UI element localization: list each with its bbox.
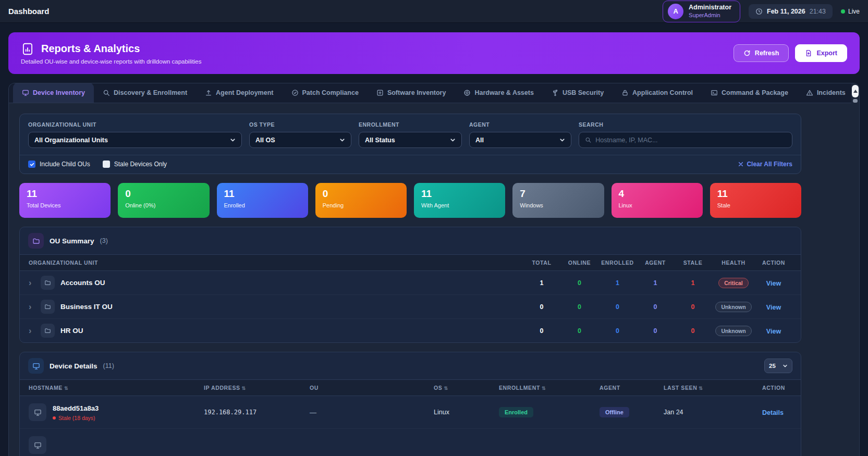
ou-table-header: ORGANIZATIONAL UNIT TOTAL ONLINE ENROLLE… — [20, 254, 801, 271]
topbar: Dashboard A Administrator SuperAdmin Feb… — [0, 0, 868, 23]
export-label: Export — [816, 50, 837, 57]
enrollment-filter-select[interactable]: All Status — [359, 132, 462, 148]
enrollment-filter-label: ENROLLMENT — [359, 121, 462, 128]
col-enrollment[interactable]: ENROLLMENT⇅ — [499, 385, 600, 391]
ou-filter-select[interactable]: All Organizational Units — [28, 132, 242, 148]
view-link[interactable]: View — [766, 280, 781, 287]
tab-bar: Device Inventory Discovery & Enrollment … — [9, 83, 859, 103]
ou-row-accounts[interactable]: › Accounts OU 1 0 1 1 1 Critical View — [20, 271, 801, 295]
chevron-right-icon[interactable]: › — [29, 279, 35, 287]
arrow-up-icon — [853, 90, 858, 93]
ou-filter-label: ORGANIZATIONAL UNIT — [28, 121, 242, 128]
tab-discovery-enrollment[interactable]: Discovery & Enrollment — [94, 83, 196, 103]
banner-subtitle: Detailed OU-wise and device-wise reports… — [21, 58, 201, 65]
col-agent: AGENT — [600, 385, 664, 391]
clear-all-filters-button[interactable]: Clear All Filters — [738, 161, 792, 168]
device-details-count: (11) — [103, 362, 114, 369]
col-last-seen[interactable]: LAST SEEN⇅ — [664, 385, 762, 391]
square-plus-icon — [376, 89, 384, 96]
main-card: Device Inventory Discovery & Enrollment … — [8, 83, 860, 456]
folder-icon-badge — [28, 233, 44, 249]
lock-icon — [621, 89, 629, 96]
tab-patch-compliance[interactable]: Patch Compliance — [283, 83, 368, 103]
stale-devices-only-checkbox[interactable]: Stale Devices Only — [103, 161, 167, 168]
device-row-partial[interactable] — [20, 429, 801, 456]
tab-command-package[interactable]: Command & Package — [702, 83, 797, 103]
scrollbar-thumb[interactable] — [853, 99, 858, 103]
tab-application-control[interactable]: Application Control — [613, 83, 702, 103]
scroll-up-button[interactable] — [852, 85, 859, 97]
search-filter-label: SEARCH — [579, 121, 792, 128]
gear-icon — [463, 89, 471, 96]
folder-icon — [41, 300, 55, 314]
monitor-icon — [22, 89, 29, 96]
tab-device-inventory[interactable]: Device Inventory — [13, 83, 94, 103]
search-box — [579, 132, 792, 148]
sort-icon: ⇅ — [444, 386, 448, 391]
page-size-select[interactable]: 25 — [764, 359, 792, 373]
chevron-down-icon — [230, 137, 236, 143]
view-link[interactable]: View — [766, 304, 781, 311]
refresh-label: Refresh — [755, 50, 779, 57]
device-hostname: 88aedd51a8a3 — [53, 404, 99, 412]
chevron-right-icon[interactable]: › — [29, 327, 35, 335]
tab-hardware-assets[interactable]: Hardware & Assets — [455, 83, 542, 103]
tab-software-inventory[interactable]: Software Inventory — [368, 83, 455, 103]
col-ip-address[interactable]: IP ADDRESS⇅ — [204, 385, 310, 391]
enrollment-badge: Enrolled — [499, 407, 533, 417]
col-os[interactable]: OS⇅ — [434, 385, 499, 391]
device-table-header: HOSTNAME⇅ IP ADDRESS⇅ OU OS⇅ ENROLLMENT⇅… — [20, 379, 801, 396]
ou-summary-title: OU Summary — [50, 237, 94, 245]
checkbox-unchecked-icon — [103, 161, 110, 168]
tab-incidents[interactable]: Incidents — [797, 83, 854, 103]
export-button[interactable]: Export — [795, 44, 847, 62]
monitor-icon-badge — [28, 358, 44, 374]
stale-devices-only-label: Stale Devices Only — [114, 161, 167, 168]
ou-row-business-it[interactable]: › Business IT OU 0 0 0 0 0 Unknown View — [20, 295, 801, 319]
search-input[interactable] — [595, 137, 786, 144]
live-dot-icon — [841, 9, 845, 14]
device-last-seen: Jan 24 — [664, 409, 762, 416]
stat-pending: 0 Pending — [315, 183, 407, 218]
stat-online: 0 Online (0%) — [118, 183, 209, 218]
refresh-icon — [743, 50, 751, 57]
health-badge: Critical — [718, 278, 749, 288]
divider — [20, 155, 801, 155]
banner-title: Reports & Analytics — [41, 43, 140, 55]
view-link[interactable]: View — [766, 328, 781, 335]
user-chip[interactable]: A Administrator SuperAdmin — [663, 1, 740, 22]
os-filter-select[interactable]: All OS — [249, 132, 351, 148]
time-label: 21:43 — [810, 8, 826, 15]
date-label: Feb 11, 2026 — [767, 8, 805, 15]
device-row[interactable]: 88aedd51a8a3 Stale (18 days) 192.168.29.… — [20, 396, 801, 429]
os-filter-label: OS TYPE — [249, 121, 351, 128]
agent-filter-label: AGENT — [469, 121, 571, 128]
refresh-button[interactable]: Refresh — [733, 44, 789, 62]
avatar: A — [668, 4, 683, 19]
include-child-ous-checkbox[interactable]: Include Child OUs — [28, 161, 90, 168]
folder-icon — [32, 237, 40, 245]
page-title: Dashboard — [8, 7, 49, 16]
health-badge: Unknown — [715, 302, 751, 312]
live-indicator: Live — [841, 8, 860, 15]
chevron-right-icon[interactable]: › — [29, 303, 35, 311]
device-details-panel: Device Details (11) 25 HOSTNAME⇅ IP ADDR… — [19, 352, 801, 456]
col-ou: OU — [310, 385, 434, 391]
filter-panel: ORGANIZATIONAL UNIT All Organizational U… — [19, 114, 801, 174]
device-icon — [29, 436, 46, 454]
device-os: Linux — [434, 409, 499, 416]
tab-usb-security[interactable]: USB Security — [543, 83, 613, 103]
sort-icon: ⇅ — [242, 386, 246, 391]
stale-dot-icon — [53, 416, 56, 420]
agent-filter-select[interactable]: All — [469, 132, 571, 148]
ou-row-hr[interactable]: › HR OU 0 0 0 0 0 Unknown View — [20, 319, 801, 342]
ou-summary-count: (3) — [100, 237, 108, 244]
col-hostname[interactable]: HOSTNAME⇅ — [29, 385, 204, 391]
reports-banner: Reports & Analytics Detailed OU-wise and… — [8, 32, 860, 74]
tab-agent-deployment[interactable]: Agent Deployment — [196, 83, 282, 103]
include-child-ous-label: Include Child OUs — [40, 161, 90, 168]
device-details-title: Device Details — [50, 362, 97, 370]
details-link[interactable]: Details — [762, 409, 784, 416]
scrollbar[interactable] — [851, 83, 859, 456]
export-icon — [805, 50, 812, 57]
